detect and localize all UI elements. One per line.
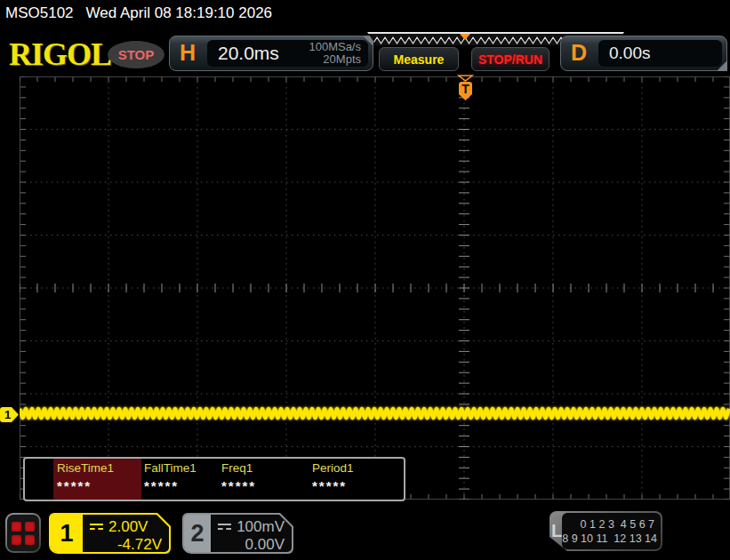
measurement-label: FallTime1	[144, 461, 229, 475]
rigol-logo: RIGOL	[9, 36, 111, 73]
delay-field: 0.00s	[598, 40, 722, 67]
waveform-display-area	[20, 76, 730, 500]
delay-value: 0.00s	[598, 44, 650, 63]
channel1-position-tag[interactable]: 1	[0, 407, 19, 422]
channel1-tag-number: 1	[4, 408, 11, 421]
model-name: MSO5102	[5, 4, 74, 22]
measurement-label: RiseTime1	[57, 461, 142, 475]
delay-label: D	[571, 40, 587, 66]
logic-channel-numbers: 0 1 2 3 4 5 6 7 8 9 10 11 12 13 14 15	[562, 513, 661, 549]
channel-menu-button[interactable]	[5, 513, 41, 553]
titlebar: MSO5102 Wed April 08 18:19:10 2026	[5, 4, 272, 22]
measurement-risetime[interactable]: RiseTime1 *****	[57, 461, 142, 499]
memory-trigger-position-icon	[460, 34, 470, 40]
channel1-badge[interactable]: 1 2.00V -4.72V	[49, 513, 171, 554]
measurement-period[interactable]: Period1 *****	[312, 461, 397, 499]
datetime: Wed April 08 18:19:10 2026	[86, 4, 273, 22]
timebase-value: 20.0ms	[207, 43, 309, 64]
dc-coupling-icon	[90, 524, 103, 532]
channel2-scale: 100mV	[237, 518, 285, 536]
channel2-number: 2	[184, 515, 211, 552]
measurement-label: Period1	[312, 461, 397, 475]
channel2-badge[interactable]: 2 100mV 0.00V	[182, 513, 293, 554]
acquisition-status-label: STOP	[118, 47, 155, 62]
stop-run-button[interactable]: STOP/RUN	[471, 47, 550, 71]
channel1-offset: -4.72V	[90, 536, 162, 554]
red-square	[25, 535, 35, 545]
channel2-offset: 0.00V	[218, 536, 285, 554]
measurement-value: *****	[144, 478, 229, 493]
graticule	[20, 76, 730, 500]
horizontal-timebase-block[interactable]: H 20.0ms 100MSa/s 20Mpts	[169, 36, 373, 71]
red-squares-icon	[7, 515, 39, 551]
logic-label: L	[551, 513, 562, 549]
red-square	[12, 535, 21, 545]
logic-row1: 0 1 2 3 4 5 6 7	[581, 517, 654, 532]
measure-button[interactable]: Measure	[379, 47, 459, 71]
measurement-label: Freq1	[221, 461, 307, 475]
trigger-symbol: T	[461, 82, 469, 96]
measurement-value: *****	[221, 478, 307, 493]
red-square	[12, 522, 21, 532]
dc-coupling-icon	[218, 524, 231, 532]
red-square	[25, 522, 35, 532]
measurement-panel: RiseTime1 ***** FallTime1 ***** Freq1 **…	[23, 457, 405, 501]
measure-button-label: Measure	[394, 52, 445, 67]
acquisition-status-badge: STOP	[108, 41, 164, 68]
measurement-value: *****	[312, 478, 397, 493]
corner-fold-icon	[717, 60, 727, 71]
measurement-falltime[interactable]: FallTime1 *****	[144, 461, 229, 499]
logic-row2: 8 9 10 11 12 13 14 15	[562, 532, 661, 546]
logic-channels-badge[interactable]: L 0 1 2 3 4 5 6 7 8 9 10 11 12 13 14 15	[550, 511, 662, 551]
sample-rate-info: 100MSa/s 20Mpts	[309, 41, 368, 66]
measurement-value: *****	[57, 478, 142, 493]
trigger-delay-block[interactable]: D 0.00s	[560, 36, 727, 71]
stop-run-button-label: STOP/RUN	[478, 52, 542, 67]
timebase-field: 20.0ms 100MSa/s 20Mpts	[207, 40, 368, 67]
oscilloscope-screen: MSO5102 Wed April 08 18:19:10 2026 RIGOL…	[0, 0, 730, 560]
sample-rate: 100MSa/s	[309, 41, 361, 53]
measurement-freq[interactable]: Freq1 *****	[221, 461, 307, 499]
channel1-scale: 2.00V	[108, 518, 148, 536]
horizontal-label: H	[180, 40, 196, 66]
channel1-number: 1	[51, 515, 83, 552]
memory-depth: 20Mpts	[309, 53, 361, 66]
trigger-position-marker[interactable]: T	[457, 75, 474, 103]
